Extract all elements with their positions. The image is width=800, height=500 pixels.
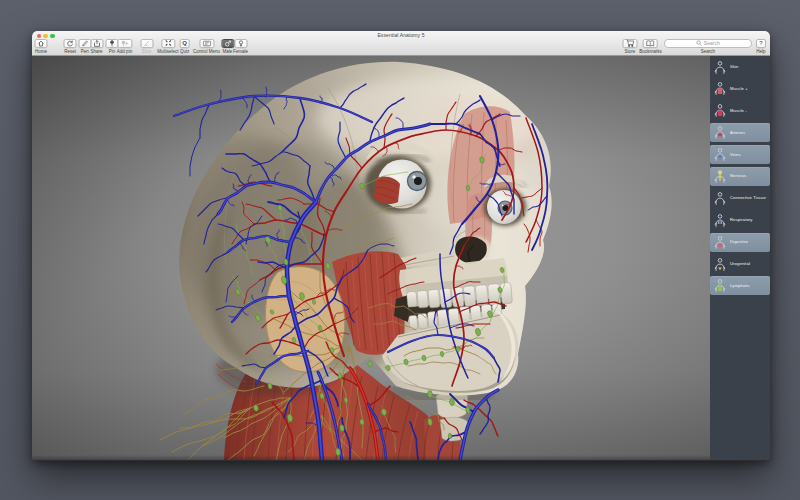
control-menu-label: Control Menu: [193, 49, 220, 55]
search-input[interactable]: Search: [664, 39, 752, 48]
quiz-label: Quiz: [180, 49, 189, 55]
home-label: Home: [35, 49, 47, 55]
system-toggle-skin[interactable]: Skin: [710, 58, 770, 77]
search-label: Search: [701, 49, 715, 55]
system-label: Muscle +: [730, 86, 748, 92]
system-toggle-arteries[interactable]: Arteries: [710, 123, 770, 142]
male-label: Male: [223, 49, 233, 55]
system-label: Lymphatic: [730, 283, 750, 289]
multiselect-icon: [161, 39, 175, 48]
share-label: Share: [90, 49, 102, 55]
system-toggle-muscle[interactable]: Muscle +: [710, 79, 770, 98]
search-control: SearchSearch: [664, 39, 752, 54]
body-figure-icon: [714, 126, 726, 139]
system-toggle-lymphatic[interactable]: Lymphatic: [710, 276, 770, 295]
system-toggle-nervous[interactable]: Nervous: [710, 167, 770, 186]
system-label: Arteries: [730, 130, 745, 136]
body-figure-icon: [714, 279, 726, 292]
body-figure-icon: [714, 192, 726, 205]
anatomy-viewport[interactable]: [32, 56, 710, 460]
bookmarks-button[interactable]: Bookmarks: [639, 39, 662, 54]
control-menu-icon: [199, 39, 214, 48]
slice-icon: [140, 39, 153, 48]
help-label: Help: [756, 49, 765, 55]
reset-label: Reset: [64, 49, 76, 55]
system-toggle-connective-tissue[interactable]: Connective Tissue: [710, 189, 770, 208]
system-label: Muscle -: [730, 108, 747, 114]
system-toggle-respiratory[interactable]: Respiratory: [710, 211, 770, 230]
system-label: Nervous: [730, 173, 746, 179]
pen-label: Pen: [81, 49, 89, 55]
share-button[interactable]: Share: [90, 39, 103, 54]
system-toggle-urogenital[interactable]: Urogenital: [710, 255, 770, 274]
system-label: Veins: [730, 152, 741, 158]
system-label: Urogenital: [730, 261, 750, 267]
bookmarks-label: Bookmarks: [639, 49, 662, 55]
system-toggle-muscle[interactable]: Muscle -: [710, 101, 770, 120]
body-figure-icon: [714, 236, 726, 249]
toolbar-buttons: HomeResetPenSharePinAdd pinSliceMultisel…: [32, 39, 770, 56]
store-label: Store: [625, 49, 636, 55]
body-figure-icon: [714, 148, 726, 161]
body-figure-icon: [714, 82, 726, 95]
app-window: Essential Anatomy 5 HomeResetPenSharePin…: [32, 31, 770, 461]
control-menu-button[interactable]: Control Menu: [193, 39, 220, 54]
search-placeholder: Search: [704, 40, 720, 46]
anatomy-3d-model: [32, 56, 710, 460]
home-button[interactable]: Home: [35, 39, 48, 54]
body-figure-icon: [714, 61, 726, 74]
search-icon: [696, 40, 702, 46]
body-figure-icon: [714, 104, 726, 117]
window-title: Essential Anatomy 5: [32, 32, 770, 38]
quiz-button[interactable]: QQuiz: [179, 39, 190, 54]
screen: { "window": { "title": "Essential Anatom…: [0, 0, 800, 500]
main-area: Skin Muscle + Muscle - Arteries Veins Ne…: [32, 56, 770, 460]
body-systems-sidebar: Skin Muscle + Muscle - Arteries Veins Ne…: [710, 56, 770, 460]
slice-button[interactable]: Slice: [140, 39, 153, 54]
female-icon: [234, 39, 247, 48]
female-label: Female: [233, 49, 248, 55]
add-pin-button[interactable]: Add pin: [117, 39, 132, 54]
bookmarks-icon: [643, 39, 658, 48]
system-label: Respiratory: [730, 217, 753, 223]
quiz-icon: Q: [179, 39, 190, 48]
toolbar: Essential Anatomy 5 HomeResetPenSharePin…: [32, 31, 770, 56]
add-pin-icon: [117, 39, 132, 48]
add-pin-label: Add pin: [117, 49, 132, 55]
help-button[interactable]: ?Help: [756, 39, 766, 54]
store-button[interactable]: Store: [623, 39, 638, 54]
body-figure-icon: [714, 214, 726, 227]
pin-label: Pin: [109, 49, 116, 55]
reset-icon: [64, 39, 77, 48]
system-toggle-digestive[interactable]: Digestive: [710, 233, 770, 252]
share-icon: [90, 39, 103, 48]
body-figure-icon: [714, 258, 726, 271]
reset-button[interactable]: Reset: [64, 39, 77, 54]
store-icon: [623, 39, 638, 48]
slice-label: Slice: [142, 49, 152, 55]
system-label: Digestive: [730, 239, 748, 245]
body-figure-icon: [714, 170, 726, 183]
multiselect-label: Multiselect: [157, 49, 178, 55]
help-icon: ?: [756, 39, 766, 48]
home-icon: [35, 39, 48, 48]
multiselect-button[interactable]: Multiselect: [157, 39, 178, 54]
system-label: Skin: [730, 64, 739, 70]
female-button[interactable]: Female: [233, 39, 248, 54]
system-toggle-veins[interactable]: Veins: [710, 145, 770, 164]
system-label: Connective Tissue: [730, 195, 766, 201]
